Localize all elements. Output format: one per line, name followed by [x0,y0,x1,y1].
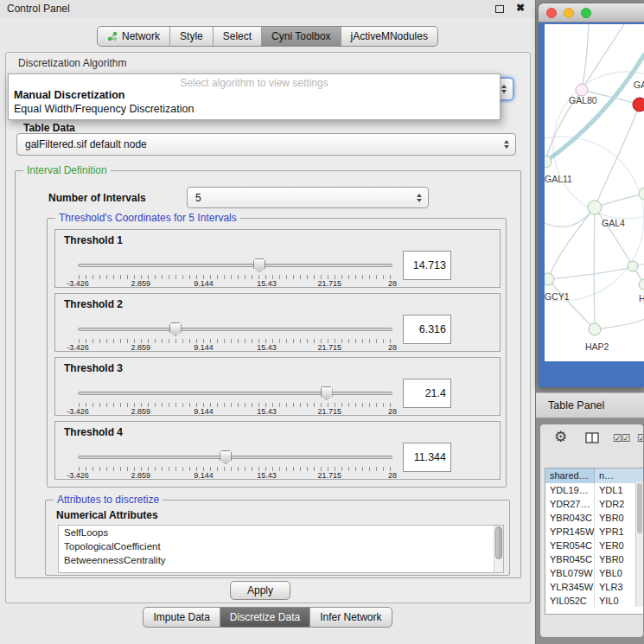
threshold-1-panel: Threshold 1 -3.4262.8599.14415.4321.7152… [54,229,501,288]
table-row[interactable]: YBR043CYBR0 [545,511,643,525]
slider-thumb[interactable] [253,258,265,272]
scale-label: -3.426 [67,407,89,416]
network-edge [594,207,595,329]
network-edge [548,279,595,329]
tab-style[interactable]: Style [169,27,213,46]
node-label: GA [634,80,644,90]
table-row[interactable]: YER054CYER0 [545,539,643,552]
column-header-name[interactable]: n… [595,469,643,483]
scale-label: 21.715 [317,407,341,416]
threshold-1-slider[interactable] [78,258,392,273]
scale-label: 15.43 [257,279,277,288]
network-node[interactable] [545,273,554,285]
tab-select[interactable]: Select [213,27,261,46]
threshold-4-value-field[interactable]: 11.344 [403,443,451,472]
algorithm-dropdown-popup: Select algorithm to view settings Manual… [8,73,501,120]
table-data-label: Table Data [23,122,75,134]
popup-option-manual-discretization[interactable]: Manual Discretization [9,88,500,102]
table-row[interactable]: YDR27…YDR2 [545,497,643,511]
network-node[interactable] [639,279,644,290]
network-window-titlebar[interactable] [539,3,644,22]
network-node[interactable] [628,261,638,271]
columns-icon[interactable] [585,432,599,443]
table-panel-header: Table Panel [536,392,644,418]
node-label: GAL80 [569,95,597,105]
popup-hint-text: Select algorithm to view settings [9,74,500,88]
combo-arrows-icon [417,194,422,202]
threshold-2-value-field[interactable]: 6.316 [403,315,451,344]
table-row[interactable]: YIL052CYIL0 [545,594,643,608]
threshold-2-slider[interactable] [78,322,392,337]
interval-definition-group: Interval Definition Number of Intervals … [15,170,521,578]
list-scrollbar[interactable] [494,526,503,572]
scale-label: 9.144 [194,407,214,416]
scale-label: 28 [388,343,397,352]
tab-infer-network[interactable]: Infer Network [309,608,391,627]
scale-label: 15.43 [257,471,277,480]
table-data-combobox[interactable]: galFiltered.sif default node [16,133,516,156]
combo-arrows-icon [504,140,509,149]
table-row[interactable]: YPR145WYPR1 [545,525,643,539]
scrollbar-thumb[interactable] [495,526,502,559]
threshold-3-slider[interactable] [78,386,392,401]
network-node[interactable] [576,84,588,96]
network-node[interactable] [589,323,601,335]
network-canvas[interactable]: GAL80GAGAL11GAL4GCY1HHAP2 [545,24,644,361]
scale-label: 15.43 [257,343,277,352]
slider-thumb[interactable] [220,450,232,464]
tab-label: jActiveMNodules [351,30,428,42]
popup-option-equal-width-frequency[interactable]: Equal Width/Frequency Discretization [9,102,500,116]
threshold-1-value-field[interactable]: 14.713 [403,251,451,280]
slider-scale: -3.4262.8599.14415.4321.71528 [78,407,392,416]
tab-label: Cyni Toolbox [271,30,330,42]
attribute-item[interactable]: TopologicalCoefficient [59,539,503,553]
interval-definition-title: Interval Definition [23,164,111,176]
scale-label: -3.426 [67,343,89,352]
number-of-intervals-combobox[interactable]: 5 [187,187,429,208]
close-icon[interactable]: ✖ [516,2,525,14]
settings-gear-icon[interactable]: ⚙ [554,428,567,446]
slider-thumb[interactable] [321,386,333,400]
table-panel-title: Table Panel [548,399,604,411]
select-all-checkbox-icon[interactable]: ☑ [637,432,644,444]
slider-thumb[interactable] [169,322,182,336]
tab-impute-data[interactable]: Impute Data [143,608,219,627]
table-body: YDL19…YDL1YDR27…YDR2YBR043CYBR0YPR145WYP… [545,483,643,608]
scrollbar-thumb[interactable] [637,483,642,533]
attribute-item[interactable]: SelfLoops [59,526,503,539]
node-label: H [639,293,644,303]
float-window-icon[interactable] [495,5,504,13]
tab-network[interactable]: Network [98,27,169,46]
apply-button[interactable]: Apply [230,581,290,600]
column-header-shared-name[interactable]: shared… [545,469,595,483]
zoom-traffic-light-icon[interactable] [581,8,591,18]
slider-track [78,456,392,459]
network-edge [548,207,595,279]
network-node[interactable] [639,188,644,200]
table-scrollbar[interactable] [635,482,643,607]
tab-jactivemnodules[interactable]: jActiveMNodules [341,27,437,46]
attribute-item[interactable]: BetweennessCentrality [59,553,503,567]
table-row[interactable]: YLR345WYLR3 [545,580,643,594]
node-label: GCY1 [545,291,570,302]
scale-label: 2.859 [131,407,151,416]
threshold-3-value-field[interactable]: 21.4 [403,379,451,408]
tab-label: Network [122,30,160,42]
minimize-traffic-light-icon[interactable] [564,8,574,18]
select-rows-checkbox-icon[interactable]: ☑☑ [613,432,630,444]
table-row[interactable]: YBR045CYBR0 [545,552,643,566]
tab-discretize-data[interactable]: Discretize Data [220,608,309,627]
network-node[interactable] [633,98,644,112]
table-panel-window: ⚙ ☑☑ ☑ shared… n… YDL19…YDL1YDR27…YDR2YB… [539,424,644,638]
close-traffic-light-icon[interactable] [546,8,557,18]
tab-label: Select [223,30,252,42]
threshold-2-panel: Threshold 2 -3.4262.8599.14415.4321.7152… [54,293,501,352]
threshold-4-slider[interactable] [78,450,392,465]
table-row[interactable]: YDL19…YDL1 [545,483,643,497]
combo-arrows-icon [501,85,507,93]
numerical-attributes-list[interactable]: SelfLoopsTopologicalCoefficientBetweenne… [58,525,504,573]
table-row[interactable]: YBL079WYBL0 [545,566,643,580]
node-label: GAL4 [602,218,625,228]
tab-cyni-toolbox[interactable]: Cyni Toolbox [261,27,340,46]
network-node[interactable] [588,201,602,214]
